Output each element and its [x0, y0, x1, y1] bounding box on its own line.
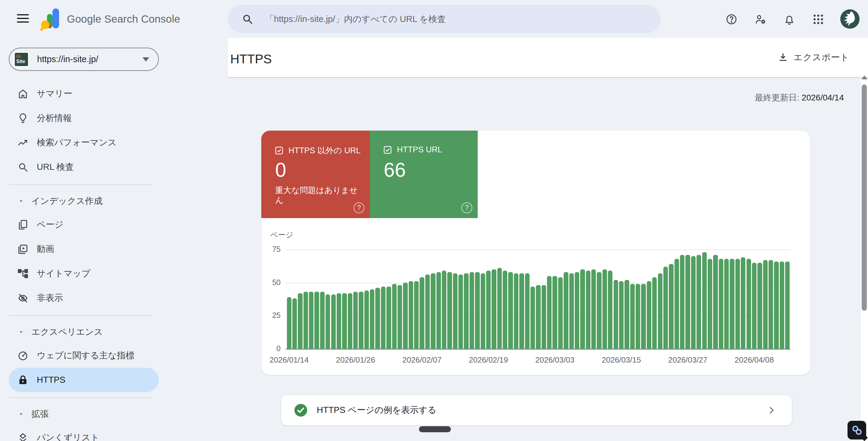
apps-grid-icon[interactable] [812, 13, 825, 26]
chart-bar [741, 257, 745, 349]
sidebar-label: エクスペリエンス [31, 326, 103, 338]
sidebar-section-エクスペリエンス[interactable]: エクスペリエンス [0, 321, 228, 343]
chart-bar [591, 269, 596, 349]
lock-icon [17, 374, 29, 386]
sidebar-item-パンくずリスト[interactable]: パンくずリスト [0, 425, 228, 441]
export-button[interactable]: エクスポート [777, 51, 849, 64]
chart-bar [486, 271, 491, 349]
scrollbar-up-arrow-icon[interactable] [861, 76, 867, 79]
https-url-tile[interactable]: HTTPS URL 66 [370, 130, 478, 218]
chart-bar [392, 284, 397, 349]
non-https-url-tile[interactable]: HTTPS 以外の URL 0 重大な問題はありません [261, 130, 370, 218]
chart-bar [541, 285, 546, 349]
user-settings-icon[interactable] [754, 13, 767, 26]
chart-bar [663, 267, 668, 349]
chart-x-tick: 2026/03/27 [668, 355, 707, 365]
avatar[interactable] [840, 9, 860, 29]
horizontal-scrollbar-thumb[interactable] [419, 426, 451, 432]
chart-bar [647, 281, 651, 349]
chart-bar [669, 264, 673, 349]
sidebar-item-検索パフォーマンス[interactable]: 検索パフォーマンス [0, 130, 228, 155]
chart-y-tick: 75 [255, 245, 281, 254]
triangle-down-icon [18, 329, 24, 335]
chart-bar [348, 293, 352, 349]
sidebar-label: URL 検査 [37, 161, 74, 173]
chart-bar [481, 273, 485, 349]
chart-bar [641, 284, 646, 349]
sidebar-item-ウェブに関する主な指標[interactable]: ウェブに関する主な指標 [0, 343, 228, 368]
home-icon [17, 88, 29, 100]
sidebar-item-HTTPS[interactable]: HTTPS [9, 368, 159, 392]
chart-bar [685, 255, 690, 349]
chart-bar [420, 277, 424, 349]
chart-bar [774, 262, 778, 349]
sidebar-label: ウェブに関する主な指標 [37, 350, 134, 362]
chart-bar [586, 271, 590, 349]
chart-bar [403, 283, 407, 349]
chart-x-tick: 2026/02/19 [469, 355, 508, 365]
chart-bar [719, 259, 723, 349]
triangle-down-icon [18, 411, 24, 417]
sidebar-section-拡張[interactable]: 拡張 [0, 403, 228, 425]
sidebar-item-URL 検査[interactable]: URL 検査 [0, 155, 228, 179]
page-title: HTTPS [230, 52, 272, 66]
chart-bar [724, 259, 729, 349]
top-app-bar: Google Search Console [0, 0, 868, 38]
sidebar-label: サマリー [37, 88, 72, 100]
chart-bar [630, 284, 635, 349]
chart-bar [691, 256, 695, 349]
chart-bar [314, 292, 319, 349]
help-icon[interactable] [725, 13, 738, 26]
chart-bar [580, 269, 585, 349]
sidebar-item-動画[interactable]: 動画 [0, 237, 228, 261]
chart-bar [569, 273, 574, 349]
url-inspection-search-bar[interactable] [228, 5, 661, 33]
help-icon[interactable] [353, 202, 364, 213]
chart-bar [359, 292, 363, 349]
view-https-examples-row[interactable]: HTTPS ページの例を表示する [281, 395, 792, 425]
chart-bar [519, 273, 524, 349]
sidebar-item-非表示[interactable]: 非表示 [0, 286, 228, 310]
vertical-scrollbar-thumb[interactable] [862, 85, 867, 311]
chart-bar [530, 287, 535, 349]
chart-bar [602, 269, 607, 349]
gauge-icon [17, 350, 29, 362]
tile-value: 66 [384, 158, 406, 181]
chart-bar [575, 272, 579, 349]
sidebar-section-インデックス作成[interactable]: インデックス作成 [0, 190, 228, 212]
help-icon[interactable] [461, 202, 472, 213]
menu-icon[interactable] [17, 14, 29, 24]
sidebar: サマリー分析情報検索パフォーマンスURL 検査インデックス作成ページ動画サイトマ… [0, 82, 228, 441]
sitemap-icon [17, 268, 29, 280]
chart-bar [442, 271, 446, 349]
sidebar-item-サマリー[interactable]: サマリー [0, 82, 228, 106]
sidebar-item-ページ[interactable]: ページ [0, 212, 228, 237]
property-selector[interactable]: in Site https://in-site.jp/ [9, 48, 159, 71]
browser-extension-badge[interactable] [847, 421, 866, 440]
chart-bar [525, 273, 530, 349]
chart-bar [680, 255, 684, 349]
notifications-icon[interactable] [783, 13, 796, 26]
chart-bar [675, 259, 679, 349]
chart-bar [492, 269, 496, 349]
chart-bar [470, 272, 474, 349]
report-header [228, 38, 868, 77]
chart-bar [608, 271, 613, 349]
chart-y-axis-label: ページ [270, 230, 293, 240]
sidebar-divider [0, 310, 228, 321]
chart-bar [785, 262, 789, 349]
triangle-down-icon [18, 198, 24, 204]
last-updated-value: 2026/04/14 [802, 93, 844, 102]
sidebar-label: 検索パフォーマンス [37, 137, 117, 149]
chart-bar [386, 287, 391, 349]
chart-bar [431, 273, 435, 349]
sidebar-item-分析情報[interactable]: 分析情報 [0, 106, 228, 130]
chart-bar [497, 268, 502, 349]
chart-x-tick: 2026/03/15 [602, 355, 641, 365]
chart-bar [414, 281, 418, 349]
sidebar-item-サイトマップ[interactable]: サイトマップ [0, 261, 228, 286]
search-input[interactable] [265, 14, 627, 24]
chart-bar [614, 280, 618, 349]
sidebar-label: サイトマップ [37, 268, 90, 280]
chart-bar [326, 294, 330, 349]
